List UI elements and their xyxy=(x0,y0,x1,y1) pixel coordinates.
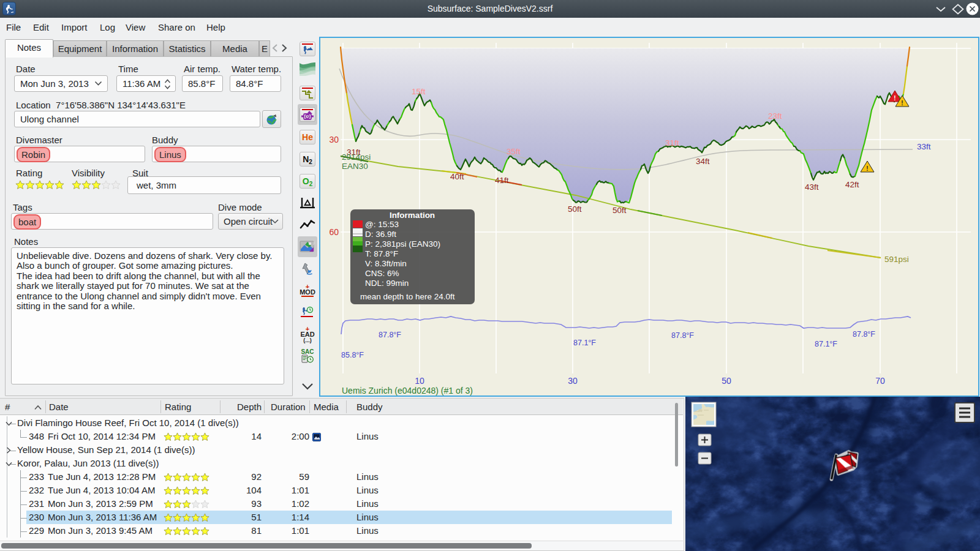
svg-text:Uemis Zurich (e04d0248) (#1 of: Uemis Zurich (e04d0248) (#1 of 3) xyxy=(342,386,473,395)
svg-text:70: 70 xyxy=(875,376,885,386)
svg-text:!: ! xyxy=(866,165,868,172)
svg-text:87.8°F: 87.8°F xyxy=(853,330,875,339)
svg-text:NDL: 99min: NDL: 99min xyxy=(365,279,409,288)
svg-text:10: 10 xyxy=(415,376,424,386)
svg-text:34ft: 34ft xyxy=(696,157,710,166)
svg-text:Information: Information xyxy=(390,211,435,220)
svg-text:P: 2,381psi (EAN30): P: 2,381psi (EAN30) xyxy=(365,239,440,249)
svg-text:591psi: 591psi xyxy=(884,255,909,264)
svg-text:40ft: 40ft xyxy=(450,172,464,181)
svg-text:!: ! xyxy=(901,100,903,107)
svg-text:43ft: 43ft xyxy=(805,182,819,192)
svg-text:33ft: 33ft xyxy=(917,142,931,151)
svg-text:85.8°F: 85.8°F xyxy=(341,351,364,359)
svg-text:!: ! xyxy=(894,95,895,102)
svg-text:15ft: 15ft xyxy=(412,87,426,96)
svg-text:50ft: 50ft xyxy=(568,204,582,214)
svg-text:35ft: 35ft xyxy=(507,147,521,156)
svg-text:EAN30: EAN30 xyxy=(342,162,368,171)
svg-text:30: 30 xyxy=(329,135,339,144)
svg-text:50: 50 xyxy=(722,376,731,386)
svg-text:D: 36.9ft: D: 36.9ft xyxy=(365,230,396,239)
svg-text:87.8°F: 87.8°F xyxy=(379,331,401,339)
svg-text:42ft: 42ft xyxy=(845,180,859,189)
svg-text:T: 87.8°F: T: 87.8°F xyxy=(365,249,398,258)
svg-text:87.1°F: 87.1°F xyxy=(815,340,837,348)
svg-text:41ft: 41ft xyxy=(495,176,509,185)
svg-text:60: 60 xyxy=(329,227,339,237)
svg-text:87.1°F: 87.1°F xyxy=(573,339,596,347)
svg-text:50ft: 50ft xyxy=(612,206,627,215)
svg-text:30: 30 xyxy=(568,376,578,386)
svg-text:@: 15:53: @: 15:53 xyxy=(365,220,399,229)
svg-text:V: 8.3ft/min: V: 8.3ft/min xyxy=(365,259,407,268)
svg-text:CNS: 6%: CNS: 6% xyxy=(365,269,399,278)
svg-text:87.8°F: 87.8°F xyxy=(671,331,694,340)
svg-text:23ft: 23ft xyxy=(768,111,782,121)
svg-text:2914psi: 2914psi xyxy=(342,152,371,162)
svg-text:31ft: 31ft xyxy=(665,138,679,148)
svg-text:mean depth to here 24.0ft: mean depth to here 24.0ft xyxy=(360,292,455,301)
